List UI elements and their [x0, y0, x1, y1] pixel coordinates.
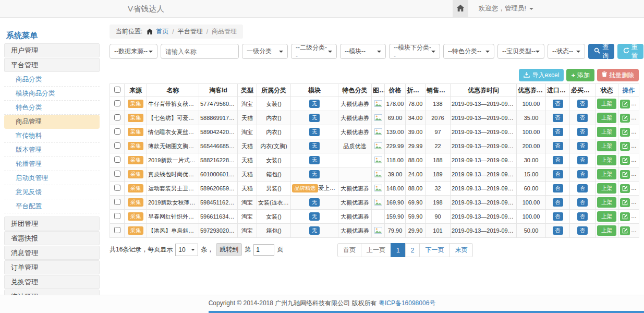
edit-button[interactable] — [620, 184, 630, 193]
import-select-badge[interactable]: 否 — [553, 142, 563, 150]
must-buy-badge[interactable]: 否 — [577, 156, 588, 164]
pager-next[interactable]: 下一页 — [419, 243, 449, 257]
select-all-checkbox[interactable] — [114, 87, 120, 93]
must-buy-badge[interactable]: 否 — [577, 184, 588, 192]
status-button[interactable]: 上架 — [597, 141, 616, 151]
filter-select-data-source[interactable]: --数据来源-- — [110, 44, 157, 59]
sidebar-item-feature-category[interactable]: 特色分类 — [4, 101, 100, 115]
row-checkbox[interactable] — [114, 142, 120, 149]
row-checkbox[interactable] — [114, 100, 120, 106]
status-button[interactable]: 上架 — [597, 211, 616, 222]
must-buy-badge[interactable]: 否 — [577, 128, 588, 136]
price-cell: 79.90 — [385, 224, 406, 238]
row-checkbox[interactable] — [114, 199, 120, 205]
row-checkbox[interactable] — [114, 185, 120, 191]
filter-select-module[interactable]: --模块-- — [340, 44, 386, 59]
import-excel-button[interactable]: 导入excel — [519, 69, 564, 81]
row-checkbox[interactable] — [114, 156, 120, 163]
sidebar-section-platform-management[interactable]: 平台管理 — [4, 58, 100, 72]
must-buy-badge[interactable]: 否 — [577, 114, 588, 122]
edit-button[interactable] — [620, 198, 630, 207]
filter-input-name-search[interactable] — [161, 44, 239, 59]
edit-button[interactable] — [620, 128, 630, 137]
sidebar-item-promo-material[interactable]: 宣传物料 — [4, 129, 100, 143]
page-number-input[interactable] — [253, 244, 274, 256]
sidebar-item-goods-category[interactable]: 商品分类 — [4, 73, 100, 87]
filter-select-level2-category[interactable]: --二级分类-- — [291, 44, 337, 59]
sidebar-section-group-buy-management[interactable]: 拼团管理 — [4, 216, 100, 231]
import-select-badge[interactable]: 否 — [553, 184, 563, 192]
status-button[interactable]: 上架 — [597, 197, 616, 208]
batch-delete-button[interactable]: 批量删除 — [597, 69, 639, 81]
row-checkbox[interactable] — [114, 128, 120, 135]
sidebar-item-carousel-management[interactable]: 轮播管理 — [4, 157, 100, 171]
status-button[interactable]: 上架 — [597, 99, 616, 109]
sidebar-section-user-management[interactable]: 用户管理 — [4, 43, 100, 57]
must-buy-badge[interactable]: 否 — [577, 142, 588, 150]
must-buy-badge[interactable]: 否 — [577, 212, 588, 221]
sidebar-section-message-management[interactable]: 消息管理 — [4, 246, 100, 260]
filter-select-status[interactable]: --状态-- — [548, 44, 585, 59]
table-header-row: 来源名称淘客Id类型所属分类模块特色分类图标价格折后价销售数量优惠券时间优惠券金… — [110, 84, 639, 97]
import-select-badge[interactable]: 否 — [553, 212, 563, 221]
add-button[interactable]: + 添加 — [566, 69, 594, 81]
status-button[interactable]: 上架 — [597, 127, 616, 137]
pager-page-1[interactable]: 1 — [391, 243, 406, 257]
must-buy-badge[interactable]: 否 — [577, 100, 588, 108]
edit-button[interactable] — [620, 100, 630, 109]
filter-select-item-type[interactable]: --宝贝类型-- — [497, 44, 544, 59]
coupon-time-cell: 2019-09-13—2019-09-19 — [451, 153, 517, 167]
pager-prev[interactable]: 上一页 — [361, 243, 391, 257]
pager-first[interactable]: 首页 — [337, 243, 361, 257]
status-button[interactable]: 上架 — [597, 183, 616, 194]
must-buy-badge[interactable]: 否 — [577, 198, 588, 207]
user-menu[interactable]: 欢迎您，管理员! — [468, 0, 541, 17]
import-select-badge[interactable]: 否 — [553, 114, 563, 122]
row-checkbox[interactable] — [114, 213, 120, 219]
import-select-badge[interactable]: 否 — [553, 170, 563, 178]
edit-button[interactable] — [620, 142, 630, 151]
status-button[interactable]: 上架 — [597, 155, 616, 165]
home-button[interactable] — [453, 0, 468, 17]
pager-last[interactable]: 末页 — [449, 243, 473, 257]
breadcrumb-home-link[interactable]: 首页 — [156, 27, 168, 36]
row-checkbox[interactable] — [114, 171, 120, 177]
column-header: 模块 — [291, 84, 338, 97]
sidebar-section-order-management[interactable]: 订单管理 — [4, 260, 100, 274]
filter-select-module-sub-category[interactable]: --模块下分类-- — [389, 44, 440, 59]
import-select-badge[interactable]: 否 — [553, 156, 563, 164]
sidebar-item-splash-management[interactable]: 启动页管理 — [4, 171, 100, 185]
edit-button[interactable] — [620, 156, 630, 165]
sidebar-item-version-management[interactable]: 版本管理 — [4, 143, 100, 157]
status-button[interactable]: 上架 — [597, 225, 616, 236]
import-select-badge[interactable]: 否 — [553, 226, 563, 235]
must-buy-badge[interactable]: 否 — [577, 226, 588, 235]
filter-select-level1-category[interactable]: 一级分类 — [242, 44, 288, 59]
pager-page-2[interactable]: 2 — [405, 243, 420, 257]
edit-button[interactable] — [620, 170, 630, 179]
filter-select-feature-category[interactable]: --特色分类-- — [443, 44, 494, 59]
sidebar-item-feedback[interactable]: 意见反馈 — [4, 185, 100, 199]
row-checkbox[interactable] — [114, 114, 120, 121]
edit-button[interactable] — [620, 212, 630, 221]
import-select-badge[interactable]: 否 — [553, 128, 563, 136]
sidebar-section-exchange-management[interactable]: 兑换管理 — [4, 275, 100, 289]
status-button[interactable]: 上架 — [597, 113, 616, 123]
sidebar-item-goods-management[interactable]: 商品管理 — [4, 115, 100, 129]
import-select-badge[interactable]: 否 — [553, 100, 563, 108]
status-button[interactable]: 上架 — [597, 169, 616, 179]
query-button[interactable]: 查询 — [588, 44, 614, 59]
sidebar-item-platform-config[interactable]: 平台配置 — [4, 199, 100, 213]
icp-link[interactable]: 粤ICP备16098006号 — [379, 299, 435, 307]
jump-button[interactable]: 跳转到 — [216, 243, 242, 256]
sidebar-section-province-news[interactable]: 省惠快报 — [4, 231, 100, 245]
reset-button[interactable]: 重置 — [617, 44, 643, 59]
sidebar-item-module-goods-category[interactable]: 模块商品分类 — [4, 87, 100, 101]
edit-button[interactable] — [620, 226, 630, 235]
per-page-select[interactable]: 10 — [175, 244, 198, 256]
picture-icon — [374, 228, 382, 235]
import-select-badge[interactable]: 否 — [553, 198, 563, 207]
must-buy-badge[interactable]: 否 — [577, 170, 588, 178]
row-checkbox[interactable] — [114, 227, 120, 233]
edit-button[interactable] — [620, 114, 630, 123]
